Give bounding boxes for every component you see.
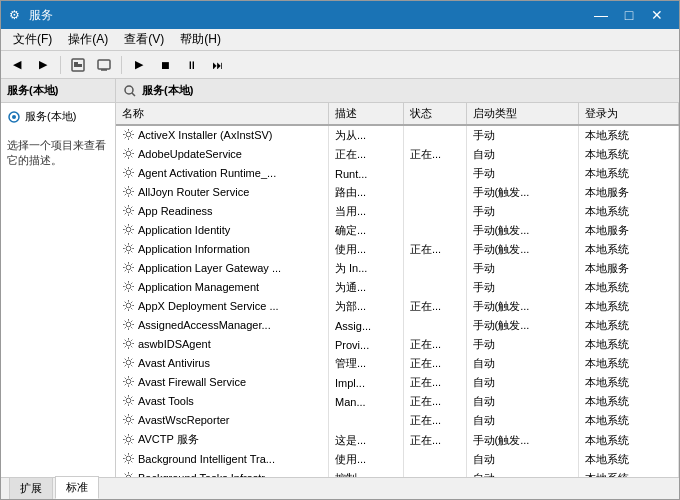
service-icon: Application Management bbox=[122, 280, 259, 293]
service-desc: 为通... bbox=[329, 278, 404, 297]
close-button[interactable]: ✕ bbox=[643, 1, 671, 29]
service-desc: Man... bbox=[329, 392, 404, 411]
table-row[interactable]: App Readiness当用...手动本地系统 bbox=[116, 202, 679, 221]
table-row[interactable]: Application Management为通...手动本地系统 bbox=[116, 278, 679, 297]
col-header-desc[interactable]: 描述 bbox=[329, 103, 404, 125]
service-status: 正在... bbox=[404, 411, 467, 430]
minimize-button[interactable]: — bbox=[587, 1, 615, 29]
service-status bbox=[404, 164, 467, 183]
table-row[interactable]: AppX Deployment Service ...为部...正在...手动(… bbox=[116, 297, 679, 316]
service-icon: aswbIDSAgent bbox=[122, 337, 211, 350]
service-desc bbox=[329, 411, 404, 430]
table-row[interactable]: Application Identity确定...手动(触发...本地服务 bbox=[116, 221, 679, 240]
toolbar: ◀ ▶ ▶ ⏹ ⏸ ⏭ bbox=[1, 51, 679, 79]
toolbar-up[interactable] bbox=[66, 54, 90, 76]
svg-point-18 bbox=[126, 303, 131, 308]
svg-point-10 bbox=[126, 151, 131, 156]
service-startup: 自动 bbox=[466, 392, 579, 411]
table-row[interactable]: AssignedAccessManager...Assig...手动(触发...… bbox=[116, 316, 679, 335]
table-row[interactable]: Avast ToolsMan...正在...自动本地系统 bbox=[116, 392, 679, 411]
table-row[interactable]: AVCTP 服务这是...正在...手动(触发...本地系统 bbox=[116, 430, 679, 450]
service-login: 本地系统 bbox=[579, 125, 679, 145]
svg-rect-3 bbox=[98, 60, 110, 69]
service-login: 本地系统 bbox=[579, 411, 679, 430]
service-startup: 手动(触发... bbox=[466, 297, 579, 316]
services-table-container[interactable]: 名称 描述 状态 启动类型 登录为 ActiveX Installer (AxI… bbox=[116, 103, 679, 477]
menu-help[interactable]: 帮助(H) bbox=[172, 29, 229, 50]
service-status: 正在... bbox=[404, 297, 467, 316]
service-status bbox=[404, 125, 467, 145]
app-icon: ⚙ bbox=[9, 8, 23, 22]
sidebar-item-local[interactable]: 服务(本地) bbox=[1, 103, 115, 130]
table-row[interactable]: aswbIDSAgentProvi...正在...手动本地系统 bbox=[116, 335, 679, 354]
maximize-button[interactable]: □ bbox=[615, 1, 643, 29]
table-row[interactable]: AvastWscReporter正在...自动本地系统 bbox=[116, 411, 679, 430]
service-icon: Avast Antivirus bbox=[122, 356, 210, 369]
service-status: 正在... bbox=[404, 373, 467, 392]
table-row[interactable]: Background Tasks Infrastr...控制...自动本地系统 bbox=[116, 469, 679, 477]
svg-point-15 bbox=[126, 246, 131, 251]
service-login: 本地系统 bbox=[579, 297, 679, 316]
svg-rect-1 bbox=[74, 62, 78, 67]
menu-view[interactable]: 查看(V) bbox=[116, 29, 172, 50]
table-row[interactable]: AllJoyn Router Service路由...手动(触发...本地服务 bbox=[116, 183, 679, 202]
service-startup: 手动(触发... bbox=[466, 183, 579, 202]
window-title: 服务 bbox=[29, 7, 53, 24]
col-header-startup[interactable]: 启动类型 bbox=[466, 103, 579, 125]
toolbar-back[interactable]: ◀ bbox=[5, 54, 29, 76]
menu-action[interactable]: 操作(A) bbox=[60, 29, 116, 50]
svg-point-22 bbox=[126, 379, 131, 384]
service-status bbox=[404, 316, 467, 335]
table-row[interactable]: Application Information使用...正在...手动(触发..… bbox=[116, 240, 679, 259]
tab-extended[interactable]: 扩展 bbox=[9, 477, 53, 499]
toolbar-restart[interactable]: ⏭ bbox=[205, 54, 229, 76]
svg-point-25 bbox=[126, 437, 131, 442]
table-row[interactable]: Background Intelligent Tra...使用...自动本地系统 bbox=[116, 450, 679, 469]
svg-point-13 bbox=[126, 208, 131, 213]
service-desc: Impl... bbox=[329, 373, 404, 392]
table-row[interactable]: AdobeUpdateService正在...正在...自动本地系统 bbox=[116, 145, 679, 164]
sidebar-item-label: 服务(本地) bbox=[25, 109, 76, 124]
service-login: 本地系统 bbox=[579, 430, 679, 450]
table-row[interactable]: Application Layer Gateway ...为 In...手动本地… bbox=[116, 259, 679, 278]
toolbar-stop[interactable]: ⏹ bbox=[153, 54, 177, 76]
table-row[interactable]: ActiveX Installer (AxInstSV)为从...手动本地系统 bbox=[116, 125, 679, 145]
service-icon: ActiveX Installer (AxInstSV) bbox=[122, 128, 273, 141]
main-panel: 服务(本地) 名称 描述 状态 启动类型 登录为 bbox=[116, 79, 679, 477]
table-row[interactable]: Avast Firewall ServiceImpl...正在...自动本地系统 bbox=[116, 373, 679, 392]
col-header-login[interactable]: 登录为 bbox=[579, 103, 679, 125]
tab-standard[interactable]: 标准 bbox=[55, 476, 99, 499]
toolbar-play[interactable]: ▶ bbox=[127, 54, 151, 76]
col-header-name[interactable]: 名称 bbox=[116, 103, 329, 125]
service-login: 本地系统 bbox=[579, 316, 679, 335]
col-header-status[interactable]: 状态 bbox=[404, 103, 467, 125]
service-login: 本地系统 bbox=[579, 469, 679, 477]
service-icon: AVCTP 服务 bbox=[122, 432, 199, 447]
service-startup: 手动(触发... bbox=[466, 316, 579, 335]
service-status: 正在... bbox=[404, 392, 467, 411]
toolbar-show[interactable] bbox=[92, 54, 116, 76]
tabs-bar: 扩展 标准 bbox=[1, 477, 679, 499]
toolbar-pause[interactable]: ⏸ bbox=[179, 54, 203, 76]
service-login: 本地系统 bbox=[579, 450, 679, 469]
show-icon bbox=[96, 57, 112, 73]
service-startup: 手动 bbox=[466, 259, 579, 278]
svg-point-9 bbox=[126, 132, 131, 137]
service-icon: Background Intelligent Tra... bbox=[122, 452, 275, 465]
service-desc: 这是... bbox=[329, 430, 404, 450]
up-icon bbox=[70, 57, 86, 73]
table-row[interactable]: Avast Antivirus管理...正在...自动本地系统 bbox=[116, 354, 679, 373]
toolbar-forward[interactable]: ▶ bbox=[31, 54, 55, 76]
service-startup: 自动 bbox=[466, 469, 579, 477]
menu-file[interactable]: 文件(F) bbox=[5, 29, 60, 50]
service-login: 本地服务 bbox=[579, 183, 679, 202]
sidebar-description: 选择一个项目来查看它的描述。 bbox=[1, 130, 115, 477]
service-startup: 手动 bbox=[466, 125, 579, 145]
table-row[interactable]: Agent Activation Runtime_...Runt...手动本地系… bbox=[116, 164, 679, 183]
service-login: 本地系统 bbox=[579, 373, 679, 392]
service-status: 正在... bbox=[404, 240, 467, 259]
service-status bbox=[404, 221, 467, 240]
service-desc: Provi... bbox=[329, 335, 404, 354]
search-icon bbox=[124, 85, 136, 97]
service-desc: Assig... bbox=[329, 316, 404, 335]
